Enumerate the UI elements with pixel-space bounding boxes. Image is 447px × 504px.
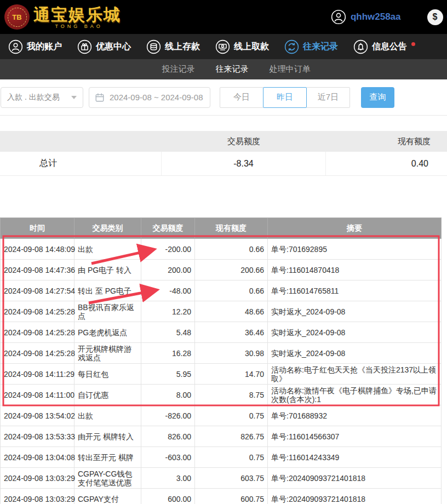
cell-time: 2024-09-08 14:25:28 xyxy=(1,301,74,322)
username-link[interactable]: qhhw258aa xyxy=(351,12,401,22)
cell-summary: 实时返水_2024-09-08 xyxy=(268,301,442,322)
brand-text-wrap: 通宝娱乐城 TONG BAO xyxy=(33,7,121,27)
table-row: 2024-09-08 14:11:00自订优惠8.008.75活动名称:激情午夜… xyxy=(1,385,442,405)
main-nav: 我的账户 优惠中心 线上存款 线上取款 往来记录 信息公告 xyxy=(0,34,447,59)
table-row: 2024-09-08 14:48:09出款-200.000.66单号:70169… xyxy=(1,239,442,260)
balance-icon[interactable]: $ xyxy=(427,9,443,25)
transactions-body: 2024-09-08 14:48:09出款-200.000.66单号:70169… xyxy=(1,239,442,504)
cell-type: CGPAY-CG钱包支付笔笔送优惠 xyxy=(74,468,141,489)
nav-label: 我的账户 xyxy=(27,41,62,53)
table-row: 2024-09-08 14:25:28BB视讯百家乐返点12.2048.66实时… xyxy=(1,301,442,322)
nav-item-deposit[interactable]: 线上存款 xyxy=(146,39,200,54)
brand-name: 通宝娱乐城 xyxy=(33,7,121,23)
notification-dot xyxy=(411,42,415,46)
cell-amount: -603.00 xyxy=(141,447,195,468)
cell-time: 2024-09-08 14:11:00 xyxy=(1,385,74,405)
withdraw-icon xyxy=(215,39,230,54)
nav-item-withdraw[interactable]: 线上取款 xyxy=(215,39,269,54)
filter-bar: 入款 . 出款交易 2024-09-08 ~ 2024-09-08 今日 昨日 … xyxy=(0,79,447,116)
yesterday-button[interactable]: 昨日 xyxy=(263,87,307,108)
cell-summary: 单号:116014243349 xyxy=(268,447,442,468)
cell-balance: 200.66 xyxy=(195,260,268,280)
cell-type: CGPAY支付 xyxy=(74,489,141,504)
table-row: 2024-09-08 14:25:28开元棋牌棋牌游戏返点16.2830.98实… xyxy=(1,343,442,364)
cell-time: 2024-09-08 14:25:28 xyxy=(1,343,74,364)
cell-time: 2024-09-08 13:53:33 xyxy=(1,426,74,447)
cell-balance: 603.75 xyxy=(195,468,268,489)
summary-total-label: 总计 xyxy=(0,152,162,175)
deposit-icon xyxy=(146,39,161,54)
cell-time: 2024-09-08 14:27:54 xyxy=(1,280,74,301)
cell-amount: 8.00 xyxy=(141,385,195,405)
cell-summary: 单号:701692895 xyxy=(268,239,442,260)
cell-time: 2024-09-08 13:03:29 xyxy=(1,468,74,489)
cell-balance: 0.75 xyxy=(195,405,268,426)
cell-type: 出款 xyxy=(74,239,141,260)
table-row: 2024-09-08 14:11:29每日红包5.9514.70活动名称:电子红… xyxy=(1,364,442,385)
summary-balance-total: 0.40 xyxy=(326,159,447,169)
user-icon xyxy=(8,39,23,54)
cell-type: PG老虎机返点 xyxy=(74,322,141,343)
cell-time: 2024-09-08 14:25:28 xyxy=(1,322,74,343)
cell-time: 2024-09-08 14:47:36 xyxy=(1,260,74,280)
nav-item-announcements[interactable]: 信息公告 xyxy=(353,39,415,54)
brand-logo: TB 通宝娱乐城 TONG BAO xyxy=(4,4,121,30)
cell-type: 每日红包 xyxy=(74,364,141,385)
cell-time: 2024-09-08 14:48:09 xyxy=(1,239,74,260)
header-summary: 摘要 xyxy=(268,218,442,239)
bell-icon xyxy=(353,39,368,54)
cell-balance: 0.66 xyxy=(195,239,268,260)
cell-balance: 14.70 xyxy=(195,364,268,385)
cell-amount: 826.00 xyxy=(141,426,195,447)
cell-type: 转出 至 PG电子 xyxy=(74,280,141,301)
cell-summary: 单号:202409093721401818 xyxy=(268,489,442,504)
header-time: 时间 xyxy=(1,218,74,239)
brand-subtitle: TONG BAO xyxy=(55,24,103,29)
cell-type: 自订优惠 xyxy=(74,385,141,405)
search-button[interactable]: 查询 xyxy=(361,87,394,108)
transaction-type-select[interactable]: 入款 . 出款交易 xyxy=(1,87,83,108)
cell-amount: -200.00 xyxy=(141,239,195,260)
cell-balance: 0.66 xyxy=(195,280,268,301)
last7days-button[interactable]: 近7日 xyxy=(306,87,350,108)
cell-balance: 0.75 xyxy=(195,447,268,468)
user-avatar-icon xyxy=(331,9,346,25)
tab-betting-records[interactable]: 投注记录 xyxy=(162,64,195,75)
table-header-row: 时间 交易类别 交易额度 现有额度 摘要 xyxy=(1,218,442,239)
cell-summary: 单号:701688932 xyxy=(268,405,442,426)
tab-processing-orders[interactable]: 处理中订单 xyxy=(270,64,311,75)
transactions-table: 时间 交易类别 交易额度 现有额度 摘要 2024-09-08 14:48:09… xyxy=(0,217,442,504)
casino-chip-icon: TB xyxy=(4,4,30,30)
cell-amount: 5.48 xyxy=(141,322,195,343)
table-row: 2024-09-08 13:04:08转出至开元 棋牌-603.000.75单号… xyxy=(1,447,442,468)
cell-type: 开元棋牌棋牌游戏返点 xyxy=(74,343,141,364)
date-range-value: 2024-09-08 ~ 2024-09-08 xyxy=(110,93,203,102)
cell-amount: -48.00 xyxy=(141,280,195,301)
cell-amount: 5.95 xyxy=(141,364,195,385)
table-row: 2024-09-08 13:53:33由开元 棋牌转入826.00826.75单… xyxy=(1,426,442,447)
cell-type: 由 PG电子 转入 xyxy=(74,260,141,280)
cell-amount: 16.28 xyxy=(141,343,195,364)
calendar-icon xyxy=(95,93,105,102)
nav-item-transactions[interactable]: 往来记录 xyxy=(284,39,338,54)
cell-summary: 单号:116014765811 xyxy=(268,280,442,301)
nav-label: 线上取款 xyxy=(234,41,269,53)
cell-amount: 200.00 xyxy=(141,260,195,280)
tab-transaction-records[interactable]: 往来记录 xyxy=(216,64,249,75)
cell-summary: 活动名称:电子红包天天抢《当天投注2137以上领取》 xyxy=(268,364,442,385)
date-range-picker[interactable]: 2024-09-08 ~ 2024-09-08 xyxy=(89,87,210,108)
nav-item-my-account[interactable]: 我的账户 xyxy=(8,39,62,54)
today-button[interactable]: 今日 xyxy=(220,87,263,108)
nav-item-promotions[interactable]: 优惠中心 xyxy=(77,39,131,54)
nav-label: 优惠中心 xyxy=(96,41,131,53)
table-row: 2024-09-08 13:03:29CGPAY-CG钱包支付笔笔送优惠3.00… xyxy=(1,468,442,489)
cell-amount: 3.00 xyxy=(141,468,195,489)
cell-amount: 600.00 xyxy=(141,489,195,504)
cell-balance: 826.75 xyxy=(195,426,268,447)
table-row: 2024-09-08 13:03:29CGPAY支付600.00600.75单号… xyxy=(1,489,442,504)
records-icon xyxy=(284,39,299,54)
table-row: 2024-09-08 14:27:54转出 至 PG电子-48.000.66单号… xyxy=(1,280,442,301)
cell-summary: 单号:116014870418 xyxy=(268,260,442,280)
header-amount: 交易额度 xyxy=(141,218,195,239)
nav-label: 线上存款 xyxy=(165,41,200,53)
